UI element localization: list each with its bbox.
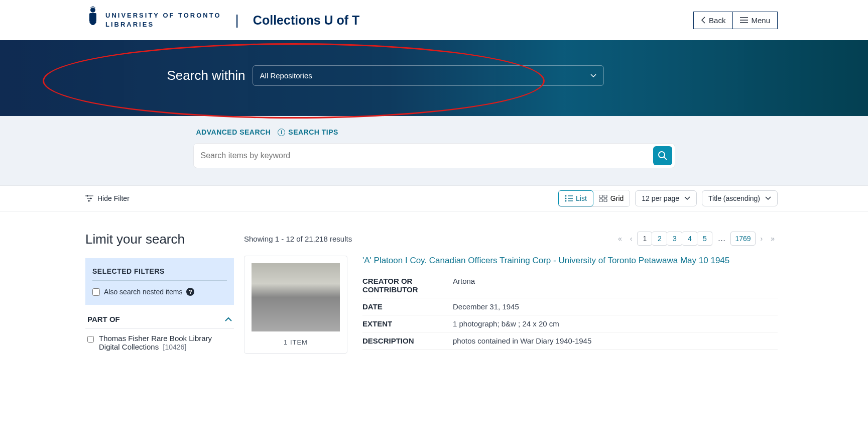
result-thumbnail[interactable]: 1 ITEM xyxy=(244,256,347,354)
page-ellipsis: … xyxy=(714,234,728,243)
page-end[interactable]: » xyxy=(768,233,778,245)
search-input[interactable] xyxy=(201,146,653,165)
svg-point-2 xyxy=(659,152,665,158)
meta-value: Artona xyxy=(453,277,475,294)
svg-rect-0 xyxy=(89,13,96,22)
search-tips-link[interactable]: i SEARCH TIPS xyxy=(278,128,338,136)
header-right: Back Menu xyxy=(693,12,778,29)
repository-select[interactable]: All Repositories xyxy=(253,65,604,86)
nested-items-checkbox[interactable] xyxy=(92,288,100,296)
menu-button[interactable]: Menu xyxy=(732,12,778,29)
result-title-link[interactable]: 'A' Platoon I Coy. Canadian Officers Tra… xyxy=(362,256,778,266)
facet-checkbox[interactable] xyxy=(87,335,94,343)
meta-row: DATEDecember 31, 1945 xyxy=(362,298,778,315)
filter-icon xyxy=(85,195,93,202)
meta-label: DESCRIPTION xyxy=(362,337,453,345)
meta-value: December 31, 1945 xyxy=(453,302,519,311)
meta-value: photos contained in War Diary 1940-1945 xyxy=(453,337,591,345)
meta-label: EXTENT xyxy=(362,319,453,328)
back-button[interactable]: Back xyxy=(693,12,732,29)
meta-value: 1 photograph; b&w ; 24 x 20 cm xyxy=(453,319,559,328)
header-left: UNIVERSITY OF TORONTO LIBRARIES | Collec… xyxy=(85,6,359,34)
meta-row: CREATOR OR CONTRIBUTORArtona xyxy=(362,273,778,298)
chevron-left-icon xyxy=(701,17,706,24)
utl-logo[interactable]: UNIVERSITY OF TORONTO LIBRARIES xyxy=(85,6,221,34)
nested-items-toggle[interactable]: Also search nested items ? xyxy=(92,288,227,296)
page-last-number[interactable]: 1769 xyxy=(730,232,755,246)
grid-view-button[interactable]: Grid xyxy=(593,190,630,206)
brand-title[interactable]: Collections U of T xyxy=(253,13,360,28)
page-5[interactable]: 5 xyxy=(697,232,712,246)
limit-search-title: Limit your search xyxy=(85,232,234,247)
search-within-label: Search within xyxy=(167,68,245,83)
facet-item-fisher[interactable]: Thomas Fisher Rare Book Library Digital … xyxy=(85,329,234,351)
svg-point-6 xyxy=(565,195,567,197)
list-icon xyxy=(565,195,573,202)
info-icon: i xyxy=(278,129,285,136)
page-prev[interactable]: ‹ xyxy=(627,233,636,245)
page-first[interactable]: « xyxy=(615,233,625,245)
controls-bar: Hide Filter List Grid 12 per page Title … xyxy=(0,185,868,211)
help-icon[interactable]: ? xyxy=(186,288,194,296)
svg-point-5 xyxy=(88,200,90,202)
svg-point-8 xyxy=(565,200,567,202)
result-item: 1 ITEM 'A' Platoon I Coy. Canadian Offic… xyxy=(244,256,778,354)
search-submit-button[interactable] xyxy=(653,146,672,165)
chevron-up-icon xyxy=(225,317,232,322)
filter-sidebar: Limit your search SELECTED FILTERS Also … xyxy=(85,232,234,354)
grid-icon xyxy=(599,195,607,202)
search-icon xyxy=(658,151,668,161)
hamburger-icon xyxy=(740,17,748,23)
per-page-select[interactable]: 12 per page xyxy=(635,190,697,206)
page-2[interactable]: 2 xyxy=(652,232,667,246)
chevron-down-icon xyxy=(590,74,596,78)
results-content: Showing 1 - 12 of 21,218 results « ‹ 123… xyxy=(244,232,778,354)
hide-filter-toggle[interactable]: Hide Filter xyxy=(85,194,130,202)
results-count: Showing 1 - 12 of 21,218 results xyxy=(244,235,352,243)
svg-rect-9 xyxy=(599,195,602,198)
header-divider: | xyxy=(235,12,239,28)
sort-select[interactable]: Title (ascending) xyxy=(702,190,778,206)
svg-rect-11 xyxy=(599,199,602,202)
page-1[interactable]: 1 xyxy=(637,232,652,246)
tools-bar: ADVANCED SEARCH i SEARCH TIPS xyxy=(0,116,868,185)
svg-point-7 xyxy=(565,198,567,199)
chevron-down-icon xyxy=(765,196,771,200)
thumbnail-image xyxy=(252,263,340,331)
chevron-down-icon xyxy=(684,196,690,200)
meta-label: DATE xyxy=(362,302,453,311)
crest-icon xyxy=(85,6,100,34)
meta-row: DESCRIPTIONphotos contained in War Diary… xyxy=(362,332,778,350)
advanced-search-link[interactable]: ADVANCED SEARCH xyxy=(196,128,271,136)
selected-filters-heading: SELECTED FILTERS xyxy=(92,267,227,281)
list-view-button[interactable]: List xyxy=(558,190,593,206)
facet-partof-header[interactable]: PART OF xyxy=(85,310,234,329)
svg-point-1 xyxy=(90,8,95,13)
thumb-item-count: 1 ITEM xyxy=(252,339,340,346)
view-toggle: List Grid xyxy=(558,190,630,207)
page-3[interactable]: 3 xyxy=(667,232,682,246)
pagination: « ‹ 12345 … 1769 › » xyxy=(615,232,778,246)
site-header: UNIVERSITY OF TORONTO LIBRARIES | Collec… xyxy=(0,0,868,40)
svg-rect-12 xyxy=(604,199,607,202)
main-content: Limit your search SELECTED FILTERS Also … xyxy=(0,211,868,354)
search-banner: Search within All Repositories xyxy=(0,40,868,116)
meta-row: EXTENT1 photograph; b&w ; 24 x 20 cm xyxy=(362,315,778,332)
selected-filters-panel: SELECTED FILTERS Also search nested item… xyxy=(85,258,234,305)
svg-point-4 xyxy=(90,198,92,199)
page-next[interactable]: › xyxy=(758,233,766,245)
meta-label: CREATOR OR CONTRIBUTOR xyxy=(362,277,453,294)
search-box xyxy=(193,143,675,168)
svg-point-3 xyxy=(87,195,88,197)
svg-rect-10 xyxy=(604,195,607,198)
logo-text: UNIVERSITY OF TORONTO LIBRARIES xyxy=(105,11,221,29)
page-4[interactable]: 4 xyxy=(682,232,697,246)
